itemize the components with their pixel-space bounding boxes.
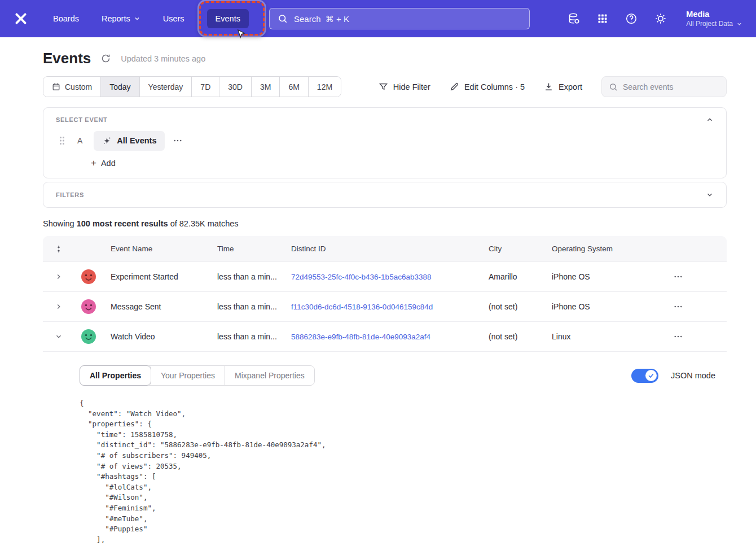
top-navbar: Boards Reports Users Events [0, 0, 756, 37]
calendar-icon [52, 82, 60, 91]
event-name-cell: Watch Video [111, 332, 217, 341]
event-query-row: A All Events [43, 128, 726, 153]
edit-columns-label: Edit Columns · 5 [464, 82, 525, 91]
help-button[interactable] [625, 12, 638, 25]
project-scope-label: All Project Data [686, 20, 733, 29]
drag-handle-icon[interactable] [59, 136, 65, 145]
search-events-input[interactable] [623, 82, 719, 91]
global-search[interactable] [269, 8, 530, 29]
updated-timestamp: Updated 3 minutes ago [121, 54, 205, 63]
add-event-button[interactable]: + Add [91, 158, 116, 178]
date-range-today[interactable]: Today [100, 77, 139, 97]
column-header-os[interactable]: Operating System [552, 245, 673, 253]
properties-tabs: All Properties Your Properties Mixpanel … [80, 365, 315, 386]
export-label: Export [559, 82, 582, 91]
tab-mixpanel-properties[interactable]: Mixpanel Properties [225, 366, 314, 385]
mixpanel-logo[interactable] [14, 11, 28, 26]
distinct-id-link[interactable]: 5886283e-e9fb-48fb-81de-40e9093a2af4 [291, 333, 430, 341]
expand-row-button[interactable] [55, 303, 63, 311]
project-selector[interactable]: Media All Project Data [686, 9, 742, 28]
json-mode-label: JSON mode [671, 371, 715, 380]
date-range-3m[interactable]: 3M [251, 77, 279, 97]
search-icon [278, 14, 288, 24]
hide-filter-button[interactable]: Hide Filter [379, 82, 430, 91]
edit-columns-button[interactable]: Edit Columns · 5 [450, 82, 525, 91]
table-row[interactable]: Message Sent less than a min... f11c30d6… [43, 292, 727, 322]
time-cell: less than a min... [217, 302, 291, 311]
help-icon [625, 12, 638, 25]
chevron-down-icon [134, 15, 140, 22]
ellipsis-icon [673, 272, 683, 282]
expand-row-button[interactable] [55, 273, 63, 281]
global-search-input[interactable] [294, 14, 521, 24]
row-menu-button[interactable] [673, 272, 683, 282]
filters-panel: FILTERS [43, 182, 727, 208]
row-detail-panel: All Properties Your Properties Mixpanel … [43, 352, 727, 545]
expand-filters-button[interactable] [706, 191, 714, 199]
data-management-button[interactable] [568, 12, 580, 25]
date-range-7d[interactable]: 7D [191, 77, 219, 97]
json-mode-toggle[interactable] [631, 369, 658, 383]
results-suffix: of 82.35K matches [168, 219, 239, 228]
distinct-id-link[interactable]: 72d49553-25fc-4f0c-b436-1b5ac6ab3388 [291, 273, 431, 281]
hide-filter-label: Hide Filter [393, 82, 430, 91]
os-cell: iPhone OS [552, 272, 673, 281]
column-header-event-name[interactable]: Event Name [111, 245, 217, 253]
city-cell: (not set) [489, 332, 552, 341]
filters-label: FILTERS [56, 191, 84, 198]
date-range-yesterday[interactable]: Yesterday [139, 77, 192, 97]
row-menu-button[interactable] [673, 331, 683, 342]
collapse-panel-button[interactable] [706, 116, 714, 124]
event-row-menu-button[interactable] [173, 136, 183, 146]
table-row-expanded[interactable]: Watch Video less than a min... 5886283e-… [43, 322, 727, 352]
page-header: Events Updated 3 minutes ago [43, 50, 727, 67]
apps-grid-button[interactable] [597, 13, 608, 24]
event-name-cell: Message Sent [111, 302, 217, 311]
results-highlight: 100 most recent results [77, 219, 168, 228]
search-icon [609, 82, 618, 91]
nav-item-events[interactable]: Events [207, 9, 249, 28]
navbar-right: Media All Project Data [568, 9, 742, 28]
chevron-down-icon [55, 333, 63, 341]
refresh-button[interactable] [101, 54, 111, 63]
tab-your-properties[interactable]: Your Properties [151, 366, 225, 385]
distinct-id-link[interactable]: f11c30d6-dc6d-4518-9136-0d046159c84d [291, 303, 433, 311]
table-row[interactable]: Experiment Started less than a min... 72… [43, 262, 727, 292]
event-avatar [81, 299, 96, 314]
results-prefix: Showing [43, 219, 77, 228]
event-selector-chip[interactable]: All Events [94, 131, 165, 151]
row-menu-button[interactable] [673, 302, 683, 312]
collapse-all-rows-button[interactable] [54, 245, 63, 254]
add-event-label: Add [101, 159, 116, 168]
toggle-knob [645, 370, 657, 381]
tab-all-properties[interactable]: All Properties [80, 365, 151, 386]
download-icon [544, 82, 553, 91]
plus-icon: + [91, 158, 96, 169]
nav-item-events-label: Events [216, 14, 240, 23]
toolbar: Custom Today Yesterday 7D 30D 3M 6M 12M … [43, 76, 727, 97]
event-selector-label: All Events [117, 136, 156, 145]
event-name-cell: Experiment Started [111, 272, 217, 281]
chevron-down-icon [736, 21, 742, 27]
events-table: Event Name Time Distinct ID City Operati… [43, 236, 727, 545]
select-event-header: SELECT EVENT [43, 108, 726, 126]
column-header-time[interactable]: Time [217, 245, 291, 253]
settings-button[interactable] [654, 12, 667, 25]
date-range-30d[interactable]: 30D [219, 77, 251, 97]
column-header-city[interactable]: City [489, 245, 552, 253]
date-range-12m[interactable]: 12M [308, 77, 341, 97]
date-range-6m[interactable]: 6M [279, 77, 307, 97]
nav-item-boards[interactable]: Boards [53, 14, 79, 23]
date-range-custom[interactable]: Custom [43, 77, 100, 97]
event-avatar [81, 269, 96, 284]
nav-item-users[interactable]: Users [163, 14, 184, 23]
chevron-right-icon [55, 273, 63, 281]
column-header-distinct-id[interactable]: Distinct ID [291, 245, 489, 253]
search-events-box[interactable] [601, 76, 727, 97]
collapse-row-button[interactable] [55, 333, 63, 341]
main-content: Events Updated 3 minutes ago Custom Toda… [0, 37, 756, 545]
refresh-icon [101, 54, 111, 63]
export-button[interactable]: Export [544, 82, 582, 91]
date-range-control: Custom Today Yesterday 7D 30D 3M 6M 12M [43, 76, 341, 97]
nav-item-reports[interactable]: Reports [102, 14, 140, 23]
